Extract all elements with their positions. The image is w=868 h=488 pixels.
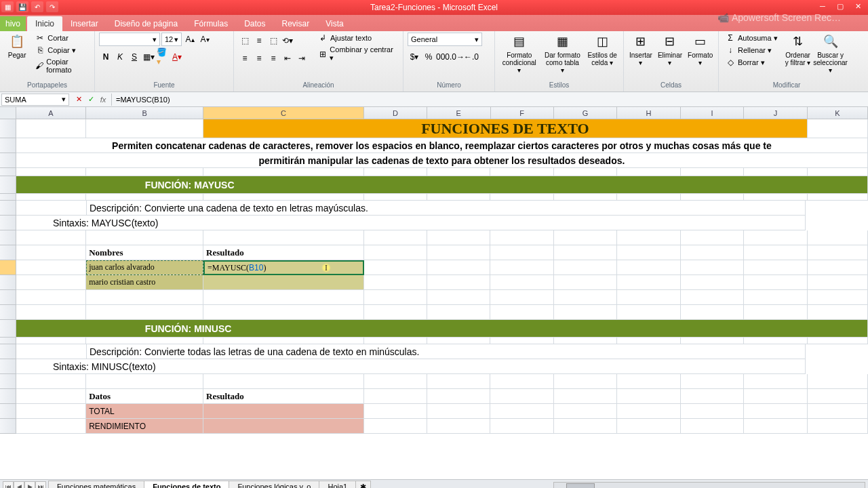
cell[interactable] [744, 338, 807, 344]
cell[interactable] [490, 275, 553, 290]
col-header-H[interactable]: H [617, 107, 680, 119]
cell[interactable] [744, 260, 807, 275]
cell[interactable] [16, 245, 86, 260]
cell[interactable] [681, 419, 744, 434]
header-resultado[interactable]: Resultado [203, 389, 363, 404]
align-middle-icon[interactable]: ≡ [252, 34, 266, 47]
cell[interactable] [554, 275, 617, 290]
col-header-D[interactable]: D [364, 107, 427, 119]
table-format-button[interactable]: ▦Dar formato como tabla ▾ [542, 33, 583, 75]
col-header-K[interactable]: K [808, 107, 868, 119]
cell[interactable] [364, 374, 427, 389]
cell[interactable] [617, 404, 680, 419]
cell[interactable] [554, 260, 617, 275]
close-icon[interactable]: ✕ [849, 0, 867, 12]
cell[interactable] [16, 168, 86, 176]
tab-file[interactable]: hivo [0, 16, 26, 31]
cell[interactable] [808, 230, 868, 245]
cell[interactable] [554, 290, 617, 305]
cell[interactable] [744, 168, 807, 176]
format-button[interactable]: ▭Formato ▾ [686, 33, 714, 68]
sheet-tab[interactable]: Funciones de texto [144, 481, 229, 489]
format-painter-button[interactable]: 🖌Copiar formato [33, 57, 90, 75]
cell[interactable] [490, 404, 553, 419]
select-all-corner[interactable] [0, 107, 16, 119]
cell[interactable] [744, 404, 807, 419]
horizontal-scrollbar[interactable] [553, 482, 865, 489]
cell[interactable] [808, 168, 868, 176]
cell[interactable] [681, 194, 744, 201]
cell[interactable] [203, 419, 363, 434]
cell[interactable] [203, 275, 363, 290]
font-size-select[interactable]: 12▾ [161, 33, 182, 46]
cell[interactable] [86, 119, 203, 138]
minimize-icon[interactable]: ─ [814, 0, 831, 12]
align-right-icon[interactable]: ≡ [267, 52, 280, 65]
cell[interactable] [490, 290, 553, 305]
col-header-E[interactable]: E [427, 107, 490, 119]
cell[interactable] [16, 194, 86, 201]
fill-color-icon[interactable]: 🪣▾ [156, 50, 170, 64]
cell[interactable]: TOTAL [86, 404, 203, 419]
save-icon[interactable]: 💾 [16, 1, 28, 12]
cell[interactable]: Sintaxis: MAYUSC(texto) [16, 216, 806, 230]
header-resultado[interactable]: Resultado [203, 245, 363, 260]
row-header[interactable] [0, 245, 16, 260]
cell[interactable] [617, 290, 680, 305]
cell[interactable] [681, 290, 744, 305]
cell[interactable] [364, 194, 427, 201]
tab-diseno[interactable]: Diseño de página [106, 16, 186, 31]
cell[interactable] [364, 230, 427, 245]
cell[interactable] [681, 245, 744, 260]
undo-icon[interactable]: ↶ [31, 1, 43, 12]
cell[interactable] [86, 168, 203, 176]
section-header[interactable]: FUNCIÓN: MINUSC [16, 320, 868, 338]
cell[interactable] [681, 260, 744, 275]
cell[interactable] [364, 260, 427, 275]
cell[interactable] [617, 389, 680, 404]
redo-icon[interactable]: ↷ [46, 1, 58, 12]
col-header-C[interactable]: C [203, 107, 364, 119]
cell[interactable] [427, 305, 490, 320]
col-header-B[interactable]: B [86, 107, 203, 119]
cell[interactable] [490, 389, 553, 404]
cell[interactable] [744, 194, 807, 201]
align-left-icon[interactable]: ≡ [238, 52, 252, 65]
comma-icon[interactable]: 000 [436, 50, 450, 64]
tab-formulas[interactable]: Fórmulas [186, 16, 236, 31]
cell[interactable] [808, 389, 868, 404]
cell[interactable] [617, 419, 680, 434]
align-top-icon[interactable]: ⬚ [238, 34, 252, 47]
cell[interactable] [16, 404, 86, 419]
cell[interactable] [364, 404, 427, 419]
row-header[interactable] [0, 275, 16, 290]
cell[interactable] [86, 194, 203, 201]
cell[interactable] [681, 305, 744, 320]
paste-button[interactable]: 📋Pegar [4, 33, 30, 60]
cell[interactable] [427, 194, 490, 201]
cell[interactable]: Sintaxis: MINUSC(texto) [16, 359, 806, 374]
cell[interactable] [427, 419, 490, 434]
cell[interactable] [364, 419, 427, 434]
cell[interactable] [490, 305, 553, 320]
col-header-F[interactable]: F [491, 107, 554, 119]
cell[interactable] [490, 260, 553, 275]
row-header[interactable] [0, 201, 16, 216]
header-datos[interactable]: Datos [86, 389, 203, 404]
cell[interactable] [427, 338, 490, 344]
cell[interactable] [86, 290, 203, 305]
col-header-J[interactable]: J [744, 107, 807, 119]
cell[interactable] [427, 168, 490, 176]
cell[interactable] [490, 419, 553, 434]
cell[interactable] [808, 419, 868, 434]
cell[interactable] [681, 404, 744, 419]
header-nombres[interactable]: Nombres [86, 245, 203, 260]
row-header[interactable] [0, 194, 16, 201]
underline-icon[interactable]: S [127, 50, 141, 64]
tab-insertar[interactable]: Insertar [62, 16, 106, 31]
cell[interactable] [681, 389, 744, 404]
cell[interactable] [681, 230, 744, 245]
cell[interactable] [554, 374, 617, 389]
tab-inicio[interactable]: Inicio [27, 16, 62, 31]
cell[interactable] [427, 404, 490, 419]
